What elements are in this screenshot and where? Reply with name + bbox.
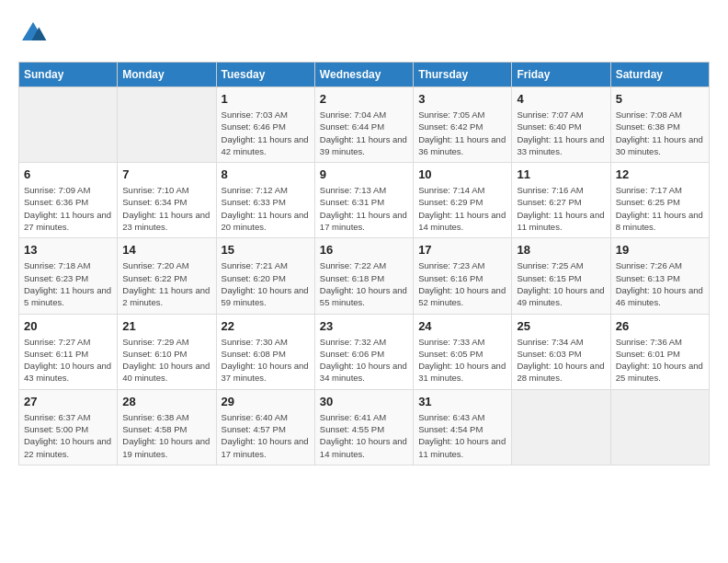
calendar-day-cell: 9Sunrise: 7:13 AM Sunset: 6:31 PM Daylig… (314, 163, 413, 238)
day-info: Sunrise: 7:20 AM Sunset: 6:22 PM Dayligh… (122, 259, 210, 308)
weekday-header: Thursday (414, 63, 512, 87)
day-number: 22 (222, 319, 310, 333)
calendar-day-cell: 15Sunrise: 7:21 AM Sunset: 6:20 PM Dayli… (216, 238, 314, 314)
day-info: Sunrise: 6:37 AM Sunset: 5:00 PM Dayligh… (24, 411, 112, 460)
calendar-day-cell: 7Sunrise: 7:10 AM Sunset: 6:34 PM Daylig… (118, 163, 216, 238)
calendar-day-cell: 17Sunrise: 7:23 AM Sunset: 6:16 PM Dayli… (414, 238, 512, 314)
calendar-day-cell: 20Sunrise: 7:27 AM Sunset: 6:11 PM Dayli… (19, 314, 118, 389)
day-number: 4 (517, 92, 605, 106)
day-info: Sunrise: 7:04 AM Sunset: 6:44 PM Dayligh… (320, 109, 408, 157)
day-info: Sunrise: 7:12 AM Sunset: 6:33 PM Dayligh… (222, 184, 310, 233)
day-info: Sunrise: 6:38 AM Sunset: 4:58 PM Dayligh… (122, 411, 210, 460)
calendar-day-cell: 16Sunrise: 7:22 AM Sunset: 6:18 PM Dayli… (314, 238, 413, 314)
day-number: 9 (320, 167, 408, 181)
page-header (18, 18, 710, 48)
day-info: Sunrise: 7:22 AM Sunset: 6:18 PM Dayligh… (320, 259, 408, 308)
day-number: 16 (320, 243, 408, 257)
day-info: Sunrise: 6:43 AM Sunset: 4:54 PM Dayligh… (418, 411, 506, 460)
day-info: Sunrise: 7:03 AM Sunset: 6:46 PM Dayligh… (222, 109, 310, 157)
calendar-day-cell: 24Sunrise: 7:33 AM Sunset: 6:05 PM Dayli… (414, 314, 512, 389)
day-number: 18 (517, 243, 605, 257)
calendar-day-cell: 29Sunrise: 6:40 AM Sunset: 4:57 PM Dayli… (216, 389, 314, 465)
calendar-day-cell: 13Sunrise: 7:18 AM Sunset: 6:23 PM Dayli… (19, 238, 118, 314)
calendar-day-cell: 5Sunrise: 7:08 AM Sunset: 6:38 PM Daylig… (610, 87, 709, 163)
day-info: Sunrise: 7:34 AM Sunset: 6:03 PM Dayligh… (517, 336, 605, 385)
day-number: 5 (616, 92, 704, 106)
day-info: Sunrise: 7:26 AM Sunset: 6:13 PM Dayligh… (616, 259, 704, 308)
day-info: Sunrise: 6:40 AM Sunset: 4:57 PM Dayligh… (222, 411, 310, 460)
calendar-week-row: 20Sunrise: 7:27 AM Sunset: 6:11 PM Dayli… (19, 314, 710, 389)
weekday-header: Friday (512, 63, 610, 87)
calendar-day-cell: 14Sunrise: 7:20 AM Sunset: 6:22 PM Dayli… (118, 238, 216, 314)
calendar-day-cell: 4Sunrise: 7:07 AM Sunset: 6:40 PM Daylig… (512, 87, 610, 163)
day-info: Sunrise: 7:23 AM Sunset: 6:16 PM Dayligh… (418, 259, 506, 308)
logo-icon (18, 18, 48, 48)
weekday-header: Tuesday (216, 63, 314, 87)
calendar-day-cell: 21Sunrise: 7:29 AM Sunset: 6:10 PM Dayli… (118, 314, 216, 389)
day-info: Sunrise: 7:18 AM Sunset: 6:23 PM Dayligh… (24, 259, 112, 308)
day-number: 6 (24, 167, 112, 181)
weekday-header: Saturday (610, 63, 709, 87)
day-info: Sunrise: 7:32 AM Sunset: 6:06 PM Dayligh… (320, 336, 408, 385)
day-number: 1 (222, 92, 310, 106)
calendar-body: 1Sunrise: 7:03 AM Sunset: 6:46 PM Daylig… (19, 87, 710, 465)
calendar-day-cell: 31Sunrise: 6:43 AM Sunset: 4:54 PM Dayli… (414, 389, 512, 465)
day-number: 28 (122, 395, 210, 408)
day-number: 30 (320, 395, 408, 408)
calendar-day-cell: 8Sunrise: 7:12 AM Sunset: 6:33 PM Daylig… (216, 163, 314, 238)
day-number: 15 (222, 243, 310, 257)
calendar-day-cell: 25Sunrise: 7:34 AM Sunset: 6:03 PM Dayli… (512, 314, 610, 389)
calendar-day-cell: 11Sunrise: 7:16 AM Sunset: 6:27 PM Dayli… (512, 163, 610, 238)
calendar-day-cell: 18Sunrise: 7:25 AM Sunset: 6:15 PM Dayli… (512, 238, 610, 314)
day-number: 2 (320, 92, 408, 106)
day-number: 23 (320, 319, 408, 333)
day-number: 29 (222, 395, 310, 408)
day-number: 19 (616, 243, 704, 257)
day-number: 20 (24, 319, 112, 333)
day-info: Sunrise: 7:33 AM Sunset: 6:05 PM Dayligh… (418, 336, 506, 385)
day-info: Sunrise: 7:13 AM Sunset: 6:31 PM Dayligh… (320, 184, 408, 233)
calendar-day-cell: 10Sunrise: 7:14 AM Sunset: 6:29 PM Dayli… (414, 163, 512, 238)
day-number: 3 (418, 92, 506, 106)
day-number: 21 (122, 319, 210, 333)
day-info: Sunrise: 7:36 AM Sunset: 6:01 PM Dayligh… (616, 336, 704, 385)
day-number: 17 (418, 243, 506, 257)
calendar-week-row: 27Sunrise: 6:37 AM Sunset: 5:00 PM Dayli… (19, 389, 710, 465)
calendar-day-cell: 27Sunrise: 6:37 AM Sunset: 5:00 PM Dayli… (19, 389, 118, 465)
day-number: 8 (222, 167, 310, 181)
day-number: 26 (616, 319, 704, 333)
weekday-header: Monday (118, 63, 216, 87)
calendar-week-row: 13Sunrise: 7:18 AM Sunset: 6:23 PM Dayli… (19, 238, 710, 314)
calendar-day-cell: 30Sunrise: 6:41 AM Sunset: 4:55 PM Dayli… (314, 389, 413, 465)
calendar-day-cell (118, 87, 216, 163)
weekday-header: Sunday (19, 63, 118, 87)
calendar-day-cell (610, 389, 709, 465)
day-number: 13 (24, 243, 112, 257)
day-info: Sunrise: 7:05 AM Sunset: 6:42 PM Dayligh… (418, 109, 506, 157)
calendar-day-cell: 1Sunrise: 7:03 AM Sunset: 6:46 PM Daylig… (216, 87, 314, 163)
day-info: Sunrise: 7:27 AM Sunset: 6:11 PM Dayligh… (24, 336, 112, 385)
day-info: Sunrise: 7:25 AM Sunset: 6:15 PM Dayligh… (517, 259, 605, 308)
calendar-table: SundayMondayTuesdayWednesdayThursdayFrid… (18, 62, 710, 465)
calendar-day-cell: 26Sunrise: 7:36 AM Sunset: 6:01 PM Dayli… (610, 314, 709, 389)
day-info: Sunrise: 7:14 AM Sunset: 6:29 PM Dayligh… (418, 184, 506, 233)
day-info: Sunrise: 7:09 AM Sunset: 6:36 PM Dayligh… (24, 184, 112, 233)
day-info: Sunrise: 6:41 AM Sunset: 4:55 PM Dayligh… (320, 411, 408, 460)
day-info: Sunrise: 7:07 AM Sunset: 6:40 PM Dayligh… (517, 109, 605, 157)
calendar-day-cell: 2Sunrise: 7:04 AM Sunset: 6:44 PM Daylig… (314, 87, 413, 163)
day-info: Sunrise: 7:29 AM Sunset: 6:10 PM Dayligh… (122, 336, 210, 385)
day-number: 25 (517, 319, 605, 333)
calendar-day-cell (19, 87, 118, 163)
calendar-day-cell: 28Sunrise: 6:38 AM Sunset: 4:58 PM Dayli… (118, 389, 216, 465)
calendar-week-row: 1Sunrise: 7:03 AM Sunset: 6:46 PM Daylig… (19, 87, 710, 163)
day-info: Sunrise: 7:10 AM Sunset: 6:34 PM Dayligh… (122, 184, 210, 233)
day-number: 14 (122, 243, 210, 257)
day-info: Sunrise: 7:30 AM Sunset: 6:08 PM Dayligh… (222, 336, 310, 385)
day-number: 12 (616, 167, 704, 181)
day-info: Sunrise: 7:16 AM Sunset: 6:27 PM Dayligh… (517, 184, 605, 233)
calendar-day-cell: 22Sunrise: 7:30 AM Sunset: 6:08 PM Dayli… (216, 314, 314, 389)
calendar-day-cell: 3Sunrise: 7:05 AM Sunset: 6:42 PM Daylig… (414, 87, 512, 163)
day-number: 10 (418, 167, 506, 181)
day-number: 11 (517, 167, 605, 181)
calendar-header-row: SundayMondayTuesdayWednesdayThursdayFrid… (19, 63, 710, 87)
